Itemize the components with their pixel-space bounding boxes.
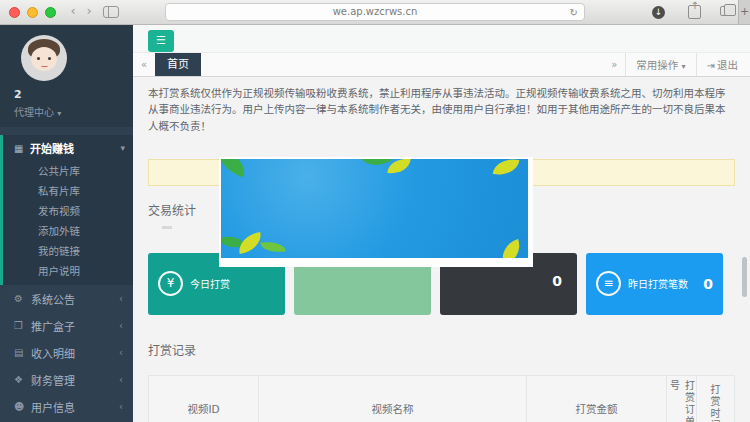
sidebar-item-user-guide[interactable]: 用户说明 bbox=[3, 261, 133, 281]
top-strip: ☰ bbox=[133, 25, 750, 53]
sidebar-item-user-info[interactable]: ☻ 用户信息 ‹ bbox=[0, 393, 133, 420]
sidebar-toggle-icon[interactable] bbox=[103, 6, 119, 18]
leaf-icon bbox=[387, 159, 410, 175]
chevron-left-icon: ‹ bbox=[119, 374, 123, 385]
sidebar-menu: ▦ 开始赚钱 ▾ 公共片库 私有片库 发布视频 添加外链 我的链接 用户说明 ⚙… bbox=[0, 135, 133, 420]
section-divider bbox=[162, 226, 172, 229]
zoom-window-button[interactable] bbox=[45, 7, 56, 18]
sidebar-item-promotion-box[interactable]: ❒ 推广盒子 ‹ bbox=[0, 312, 133, 339]
sidebar-item-income-details[interactable]: ▤ 收入明细 ‹ bbox=[0, 339, 133, 366]
sidebar-item-my-links[interactable]: 我的链接 bbox=[3, 241, 133, 261]
avatar[interactable] bbox=[21, 35, 67, 81]
menu-group-start-earning: ▦ 开始赚钱 ▾ 公共片库 私有片库 发布视频 添加外链 我的链接 用户说明 bbox=[0, 135, 133, 285]
sidebar-item-private-library[interactable]: 私有片库 bbox=[3, 181, 133, 201]
reload-icon[interactable]: ↻ bbox=[570, 5, 578, 21]
sidebar-item-system-announcements[interactable]: ⚙ 系统公告 ‹ bbox=[0, 285, 133, 312]
profile-block: 2 代理中心 ▾ bbox=[0, 25, 133, 127]
sidebar-item-publish-video[interactable]: 发布视频 bbox=[3, 201, 133, 221]
leaf-icon bbox=[260, 239, 285, 254]
column-header-reward-amount: 打赏金额 bbox=[527, 376, 667, 422]
column-header-order-no: 打赏订单号 bbox=[667, 376, 697, 422]
common-operations-dropdown[interactable]: 常用操作 ▾ bbox=[625, 53, 695, 76]
table-header-row: 视频ID 视频名称 打赏金额 打赏订单号 打赏时间 bbox=[149, 376, 734, 422]
browser-window: ‹ › we.ap.wzcrws.cn ↻ ↓ + 2 bbox=[0, 0, 750, 422]
leaf-icon bbox=[361, 159, 391, 172]
tab-home[interactable]: 首页 bbox=[155, 53, 201, 76]
chevron-down-icon: ▾ bbox=[682, 62, 686, 71]
browser-forward-icon[interactable]: › bbox=[82, 3, 96, 18]
list-icon: ▤ bbox=[14, 347, 31, 358]
browser-back-icon[interactable]: ‹ bbox=[66, 3, 80, 18]
column-header-video-name: 视频名称 bbox=[259, 376, 527, 422]
role-dropdown[interactable]: 代理中心 ▾ bbox=[14, 104, 133, 119]
overlay-blue-panel bbox=[221, 159, 528, 258]
sidebar-item-start-earning[interactable]: ▦ 开始赚钱 ▾ bbox=[3, 135, 133, 161]
user-icon: ☻ bbox=[14, 401, 31, 412]
minimize-window-button[interactable] bbox=[27, 7, 38, 18]
sidebar-item-public-library[interactable]: 公共片库 bbox=[3, 161, 133, 181]
browser-chrome: ‹ › we.ap.wzcrws.cn ↻ ↓ + bbox=[0, 0, 750, 25]
chevron-left-icon: ‹ bbox=[119, 347, 123, 358]
exit-icon: ⇥ bbox=[707, 60, 715, 71]
sidebar-item-add-external-link[interactable]: 添加外链 bbox=[3, 221, 133, 241]
sidebar: 2 代理中心 ▾ ▦ 开始赚钱 ▾ 公共片库 私有片库 发布视频 bbox=[0, 25, 133, 422]
close-window-button[interactable] bbox=[9, 7, 20, 18]
address-bar[interactable]: we.ap.wzcrws.cn ↻ bbox=[165, 3, 585, 21]
chevron-down-icon: ▾ bbox=[57, 109, 61, 118]
tabs-scroll-left-icon[interactable]: « bbox=[133, 53, 155, 76]
gear-icon: ⚙ bbox=[14, 293, 31, 304]
grid-icon: ▦ bbox=[14, 143, 30, 154]
box-icon: ❒ bbox=[14, 320, 31, 331]
username: 2 bbox=[14, 88, 133, 101]
finance-icon: ❖ bbox=[14, 374, 31, 385]
censor-overlay-image bbox=[219, 157, 533, 267]
chevron-left-icon: ‹ bbox=[119, 293, 123, 304]
new-tab-button[interactable]: + bbox=[738, 0, 750, 24]
show-tabs-icon[interactable] bbox=[720, 6, 730, 16]
leaf-icon bbox=[221, 159, 249, 177]
page-tab-bar: « 首页 » 常用操作 ▾ ⇥退出 bbox=[133, 53, 750, 77]
logout-button[interactable]: ⇥退出 bbox=[696, 53, 750, 76]
chevron-left-icon: ‹ bbox=[119, 401, 123, 412]
downloads-icon[interactable]: ↓ bbox=[652, 6, 665, 19]
reward-records-table: 视频ID 视频名称 打赏金额 打赏订单号 打赏时间 bbox=[148, 375, 735, 422]
section-title-reward-records: 打赏记录 bbox=[148, 341, 735, 358]
leaf-icon bbox=[493, 159, 520, 178]
disclaimer-text: 本打赏系统仅供作为正规视频传输吸粉收费系统，禁止利用程序从事违法活动。正规视频传… bbox=[148, 85, 735, 134]
yen-circle-icon: ¥ bbox=[158, 271, 183, 296]
chevron-down-icon: ▾ bbox=[120, 143, 125, 153]
column-header-reward-time: 打赏时间 bbox=[697, 376, 732, 422]
leaf-icon bbox=[497, 239, 525, 258]
list-circle-icon: ≡ bbox=[596, 271, 621, 296]
stat-card-yesterday-count[interactable]: ≡ 昨日打赏笔数 0 bbox=[586, 253, 723, 315]
url-text: we.ap.wzcrws.cn bbox=[333, 6, 418, 17]
tabs-scroll-right-icon[interactable]: » bbox=[603, 53, 625, 76]
share-icon[interactable] bbox=[688, 5, 701, 19]
column-header-video-id: 视频ID bbox=[149, 376, 259, 422]
sidebar-item-finance-management[interactable]: ❖ 财务管理 ‹ bbox=[0, 366, 133, 393]
vertical-scrollbar[interactable] bbox=[742, 257, 747, 297]
hamburger-menu-button[interactable]: ☰ bbox=[148, 30, 174, 52]
chevron-left-icon: ‹ bbox=[119, 320, 123, 331]
